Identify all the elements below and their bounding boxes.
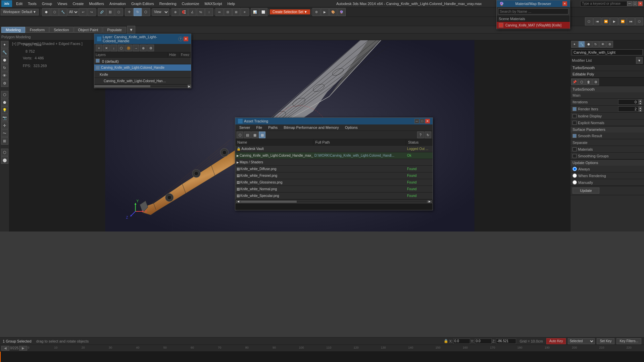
tab-modify[interactable]: 🔧 — [578, 41, 585, 48]
layer-props-btn[interactable]: ⚙ — [147, 45, 154, 51]
graph-editors-btn[interactable]: 📊 — [251, 8, 259, 16]
remove-modifier-btn[interactable]: 🗑 — [585, 79, 592, 85]
anim-play-btn[interactable]: ▶ — [610, 17, 618, 25]
asset-btn-1[interactable]: ⬡ — [237, 132, 243, 138]
layer-scroll-right-btn[interactable]: ▶ — [188, 85, 191, 88]
render-setup-btn[interactable]: ⚙ — [312, 8, 320, 16]
timeline-playhead[interactable] — [0, 352, 1, 362]
anim-key-mode2-btn[interactable]: ⬡ — [635, 17, 643, 25]
asset-row-maps[interactable]: ▶ Maps / Shaders — [235, 159, 433, 166]
turbosmooth-header[interactable]: TurboSmooth — [571, 86, 644, 92]
smooth-result-checkbox[interactable] — [573, 134, 577, 138]
spinner-snap-btn[interactable]: ↕ — [205, 8, 213, 16]
layer-item-knife[interactable]: Knife — [94, 71, 191, 78]
reference-coord-dropdown[interactable]: View — [152, 8, 169, 16]
menu-views[interactable]: Views — [55, 1, 70, 6]
activeshade-btn[interactable]: 🎨 — [329, 8, 337, 16]
motion-icon[interactable]: ↻ — [1, 64, 8, 71]
percent-snap-btn[interactable]: % — [197, 8, 205, 16]
asset-row-specular[interactable]: 🖼 Knife_white_Specular.png Found — [235, 193, 433, 199]
timeline-ruler[interactable]: 0102030405060708090100110120130140150160… — [29, 346, 643, 351]
layer-dialog-close-btn[interactable]: ✕ — [184, 37, 188, 41]
asset-scroll-thumb-h[interactable] — [241, 201, 297, 203]
timeline-prev-btn[interactable]: ◀ — [1, 346, 9, 351]
asset-row-vault[interactable]: 🔒 Autodesk Vault Logged Out ... — [235, 146, 433, 152]
tab-freeform[interactable]: Freeform — [26, 27, 49, 33]
angle-snap-btn[interactable]: ∠ — [188, 8, 196, 16]
layer-merge-btn[interactable]: ⊕ — [140, 45, 147, 51]
unlink-btn[interactable]: ⛓ — [106, 8, 114, 16]
explicit-normals-checkbox[interactable] — [573, 121, 577, 125]
layer-item-knife2[interactable]: Carving_Knife_with_Light-Colored_Handle — [94, 78, 191, 85]
anim-go-end-btn[interactable]: ⏭ — [627, 17, 635, 25]
asset-btn-4[interactable]: ▩ — [259, 132, 265, 138]
iterations-spinner[interactable]: ▲ ▼ — [639, 99, 642, 105]
create-icon[interactable]: ✦ — [1, 41, 8, 48]
more-tabs-btn[interactable]: ▼ — [127, 26, 135, 34]
mirror-btn[interactable]: ⇔ — [215, 8, 224, 16]
menu-maxscript[interactable]: MAXScript — [202, 1, 225, 6]
modifier-editablepoly[interactable]: Editable Poly — [571, 71, 644, 77]
mat-search-input[interactable] — [498, 8, 568, 14]
asset-btn-2[interactable]: ▤ — [244, 132, 251, 138]
update-button[interactable]: Update — [573, 188, 599, 194]
select-obj-btn[interactable]: ⬢ — [42, 8, 50, 16]
menu-customize[interactable]: Customize — [179, 1, 202, 6]
render-iters-up[interactable]: ▲ — [639, 106, 642, 109]
maximize-button[interactable]: □ — [633, 1, 637, 6]
always-radio[interactable] — [573, 167, 577, 171]
smoothing-groups-checkbox[interactable] — [573, 154, 577, 158]
menu-group[interactable]: Group — [39, 1, 55, 6]
layer-scroll-track[interactable] — [94, 85, 188, 88]
close-button[interactable]: ✕ — [638, 1, 643, 6]
layer-mgr-btn[interactable]: ≡ — [241, 8, 249, 16]
asset-dialog-title[interactable]: Asset Tracking ─ □ ✕ — [235, 118, 433, 124]
select-scale-btn[interactable]: ⬡ — [142, 8, 150, 16]
standard-prims-icon[interactable]: ⬡ — [1, 91, 8, 98]
layer-move-to-btn[interactable]: → — [133, 45, 139, 51]
iterations-down[interactable]: ▼ — [639, 102, 642, 105]
layer-item-default[interactable]: 0 (default) — [94, 58, 191, 64]
mat-browser-close-btn[interactable]: ✕ — [562, 1, 567, 6]
layer-delete-btn[interactable]: ✕ — [103, 45, 110, 51]
minimize-button[interactable]: ─ — [627, 1, 632, 6]
mat-item-knife[interactable]: Carving_Knife_MAT (VRayMtl) [Knife] — [497, 22, 570, 29]
cameras-icon[interactable]: 📷 — [1, 114, 8, 121]
material-editor-btn[interactable]: 🔮 — [338, 8, 346, 16]
coord-y-input[interactable] — [475, 339, 492, 344]
material-browser-title[interactable]: 🔮 Material/Map Browser ✕ — [497, 0, 570, 7]
asset-scrollbar-h[interactable]: ◀ ▶ — [235, 199, 433, 203]
materials-checkbox[interactable] — [573, 147, 577, 151]
shapes-icon[interactable]: ⬟ — [1, 99, 8, 106]
anim-next-btn[interactable]: ⏩ — [618, 17, 627, 25]
select-tool-icon[interactable]: ⬡ — [1, 149, 8, 156]
bind-btn[interactable]: ⬡ — [115, 8, 123, 16]
undo-btn[interactable]: ↩ — [79, 8, 87, 16]
coord-x-input[interactable] — [453, 339, 470, 344]
menu-modifiers[interactable]: Modifiers — [86, 1, 107, 6]
render-iters-input[interactable] — [618, 106, 638, 112]
timeline-track[interactable] — [0, 352, 644, 362]
asset-row-normal[interactable]: 🖼 Knife_white_Normal.png Found — [235, 186, 433, 193]
isoline-checkbox[interactable] — [573, 114, 577, 118]
menu-tools[interactable]: Tools — [25, 1, 39, 6]
select-rotate-btn[interactable]: ↻ — [134, 8, 142, 16]
tab-populate[interactable]: Populate — [103, 27, 126, 33]
asset-scroll-right-btn2[interactable]: ▶ — [427, 200, 432, 203]
tab-motion[interactable]: ↻ — [592, 41, 599, 48]
asset-refresh-btn[interactable]: ↻ — [425, 132, 431, 138]
tab-create[interactable]: ✦ — [571, 41, 578, 48]
anim-go-start-btn[interactable]: ⏮ — [593, 17, 601, 25]
select-filter-btn[interactable]: 🔧 — [59, 8, 67, 16]
create-selection-btn[interactable]: Create Selection Set ▼ — [270, 9, 310, 14]
menu-edit[interactable]: Edit — [13, 1, 25, 6]
systems-icon[interactable]: ⊞ — [1, 137, 8, 145]
asset-scroll-left-btn[interactable]: ◀ — [236, 200, 241, 203]
utilities-icon[interactable]: ⚙ — [1, 80, 8, 87]
anim-key-mode-btn[interactable]: ⬡ — [585, 17, 593, 25]
asset-row-fresnel[interactable]: 🖼 Knife_white_Fresnel.png Found — [235, 172, 433, 179]
select-move-btn[interactable]: ✛ — [125, 8, 133, 16]
anim-prev-btn[interactable]: ⏪ — [602, 17, 610, 25]
menu-help[interactable]: Help — [225, 1, 238, 6]
tab-selection[interactable]: Selection — [49, 27, 73, 33]
